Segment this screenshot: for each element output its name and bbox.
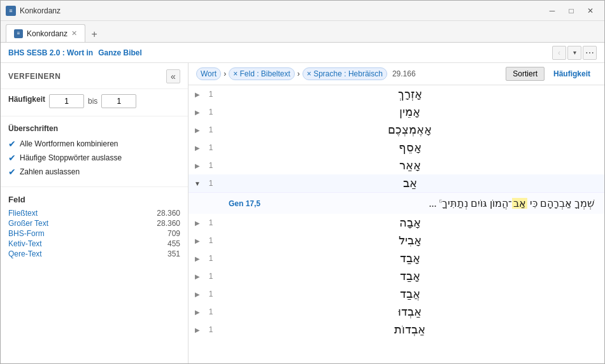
- breadcrumb-bible-link[interactable]: Ganze Bibel: [98, 48, 142, 57]
- filter-wort-label: Wort: [201, 69, 217, 78]
- frequency-label: Häufigkeit: [8, 95, 45, 104]
- frequency-to-input[interactable]: [101, 94, 136, 108]
- checkbox-haufige[interactable]: ✔ Häufige Stoppwörter auslasse: [8, 151, 180, 165]
- list-item[interactable]: ▶ 1 אֲבַד: [189, 285, 604, 303]
- breadcrumb-prefix[interactable]: BHS SESB 2.0 : Wort in: [8, 48, 93, 57]
- expand-icon-3[interactable]: ▶: [194, 144, 201, 151]
- filter-feld-label: × Feld : Bibeltext: [233, 69, 290, 78]
- tab-konkordanz[interactable]: ≡ Konkordanz ✕: [6, 24, 85, 42]
- expand-icon-9[interactable]: ▶: [194, 272, 201, 280]
- expand-icon-7[interactable]: ▶: [194, 237, 201, 244]
- expand-icon-5[interactable]: ▼: [194, 179, 201, 187]
- field-count-bhs-form: 709: [167, 229, 180, 238]
- field-link-bhs-form[interactable]: BHS-Form: [8, 229, 45, 238]
- frequency-from-input[interactable]: [49, 94, 84, 108]
- word-count-7: 1: [205, 236, 217, 245]
- expand-icon-4[interactable]: ▶: [194, 162, 201, 169]
- main-area: VERFEINERN « Häufigkeit bis Überschrifte…: [1, 63, 604, 363]
- word-text-12: אַבְדוֹת: [220, 323, 599, 337]
- filter-chip-sprache[interactable]: × Sprache : Hebräisch: [302, 67, 387, 80]
- add-tab-button[interactable]: +: [87, 27, 102, 42]
- nav-back-button[interactable]: ‹: [552, 46, 566, 60]
- list-item[interactable]: ▶ 1 אָאֶמְצְכֶם: [189, 121, 604, 139]
- field-link-ketiv[interactable]: Ketiv-Text: [8, 239, 42, 248]
- word-count-3: 1: [205, 143, 217, 152]
- word-count-2: 1: [205, 125, 217, 134]
- tab-close-button[interactable]: ✕: [71, 29, 77, 38]
- app-icon: ≡: [6, 6, 16, 16]
- expand-icon-1[interactable]: ▶: [194, 108, 201, 116]
- expanded-sub-row: Gen 17,5 שְׁמְךָ אַבְרָהָם כִּי אַב־הֲמו…: [189, 192, 604, 214]
- nav-more-button[interactable]: ⋯: [583, 46, 597, 60]
- app-window: ≡ Konkordanz ─ □ ✕ ≡ Konkordanz ✕ + BHS …: [0, 0, 605, 364]
- check-icon-1: ✔: [8, 139, 16, 149]
- expand-icon-10[interactable]: ▶: [194, 290, 201, 298]
- minimize-button[interactable]: ─: [543, 4, 561, 17]
- sidebar-collapse-button[interactable]: «: [166, 69, 180, 83]
- content-area: Wort › × Feld : Bibeltext › × Sprache : …: [189, 63, 604, 363]
- field-item-grosser: Großer Text 28.360: [8, 218, 180, 228]
- expand-icon-11[interactable]: ▶: [194, 308, 201, 316]
- feld-title: Feld: [8, 195, 180, 204]
- bible-reference[interactable]: Gen 17,5: [229, 199, 260, 208]
- checkbox-zahlen[interactable]: ✔ Zahlen auslassen: [8, 165, 180, 179]
- list-item[interactable]: ▶ 1 אָבַד: [189, 267, 604, 285]
- sidebar-header: VERFEINERN «: [1, 63, 188, 89]
- word-count-6: 1: [205, 218, 217, 227]
- word-text-9: אָבַד: [220, 269, 599, 283]
- list-item[interactable]: ▶ 1 אָבִיל: [189, 232, 604, 249]
- list-item-expanded[interactable]: ▼ 1 אַב: [189, 174, 604, 192]
- list-item[interactable]: ▶ 1 אָזְרָךְ: [189, 85, 604, 103]
- word-text-8: אָבַד: [220, 251, 599, 265]
- close-button[interactable]: ✕: [581, 4, 599, 17]
- expanded-hebrew-text: שְׁמְךָ אַבְרָהָם כִּי אַב־הֲמוֹן גּוֹיִ…: [267, 197, 594, 209]
- feld-section: Feld Fließtext 28.360 Großer Text 28.360…: [1, 190, 188, 264]
- window-title: Konkordanz: [20, 6, 539, 15]
- title-bar: ≡ Konkordanz ─ □ ✕: [1, 1, 604, 21]
- field-count-qere: 351: [167, 249, 180, 258]
- uberschriften-section: Überschriften ✔ Alle Wortformen kombinie…: [1, 119, 188, 184]
- highlighted-word: אַב: [512, 198, 527, 209]
- word-text-3: אָסֵף: [220, 141, 599, 155]
- list-item[interactable]: ▶ 1 אָבָה: [189, 214, 604, 232]
- word-text-6: אָבָה: [220, 216, 599, 230]
- word-count-1: 1: [205, 108, 217, 116]
- tab-icon: ≡: [14, 29, 23, 38]
- word-text-1: אָמֵין: [220, 105, 599, 119]
- word-count-9: 1: [205, 272, 217, 281]
- list-item[interactable]: ▶ 1 אַבְדוֹת: [189, 321, 604, 339]
- expand-icon-8[interactable]: ▶: [194, 255, 201, 262]
- frequency-section: Häufigkeit bis: [1, 89, 188, 113]
- filter-chip-feld[interactable]: × Feld : Bibeltext: [229, 67, 295, 80]
- list-item[interactable]: ▶ 1 אָמֵין: [189, 103, 604, 121]
- haufigkeit-button[interactable]: Häufigkeit: [547, 67, 597, 80]
- list-item[interactable]: ▶ 1 אָסֵף: [189, 139, 604, 157]
- field-link-grosser[interactable]: Großer Text: [8, 219, 48, 228]
- field-item-bhs-form: BHS-Form 709: [8, 228, 180, 239]
- expand-icon-2[interactable]: ▶: [194, 126, 201, 134]
- filter-bar: Wort › × Feld : Bibeltext › × Sprache : …: [189, 63, 604, 85]
- field-link-fliesstext[interactable]: Fließtext: [8, 209, 38, 218]
- nav-dropdown-button[interactable]: ▾: [567, 46, 581, 60]
- word-count-12: 1: [205, 325, 217, 334]
- field-count-grosser: 28.360: [157, 219, 180, 228]
- expand-icon-6[interactable]: ▶: [194, 219, 201, 227]
- maximize-button[interactable]: □: [562, 4, 580, 17]
- filter-chip-wort[interactable]: Wort: [196, 67, 221, 80]
- checkbox-alle-wortformen[interactable]: ✔ Alle Wortformen kombinieren: [8, 137, 180, 151]
- word-text-10: אֲבַד: [220, 287, 599, 301]
- frequency-to-label: bis: [88, 97, 97, 106]
- word-text-2: אָאֶמְצְכֶם: [220, 123, 599, 137]
- expand-icon-0[interactable]: ▶: [194, 90, 201, 98]
- expand-icon-12[interactable]: ▶: [194, 326, 201, 333]
- checkbox-label-1: Alle Wortformen kombinieren: [20, 139, 118, 148]
- check-icon-3: ✔: [8, 167, 16, 177]
- list-item[interactable]: ▶ 1 אַבְדוּ: [189, 303, 604, 321]
- list-item[interactable]: ▶ 1 אָאַר: [189, 157, 604, 174]
- field-link-qere[interactable]: Qere-Text: [8, 249, 42, 258]
- list-item[interactable]: ▶ 1 אָבַד: [189, 249, 604, 267]
- breadcrumb-bar: BHS SESB 2.0 : Wort in Ganze Bibel ‹ ▾ ⋯: [1, 43, 604, 63]
- field-item-qere: Qere-Text 351: [8, 249, 180, 259]
- sort-button[interactable]: Sortiert: [506, 67, 544, 81]
- word-text-0: אָזְרָךְ: [220, 87, 599, 101]
